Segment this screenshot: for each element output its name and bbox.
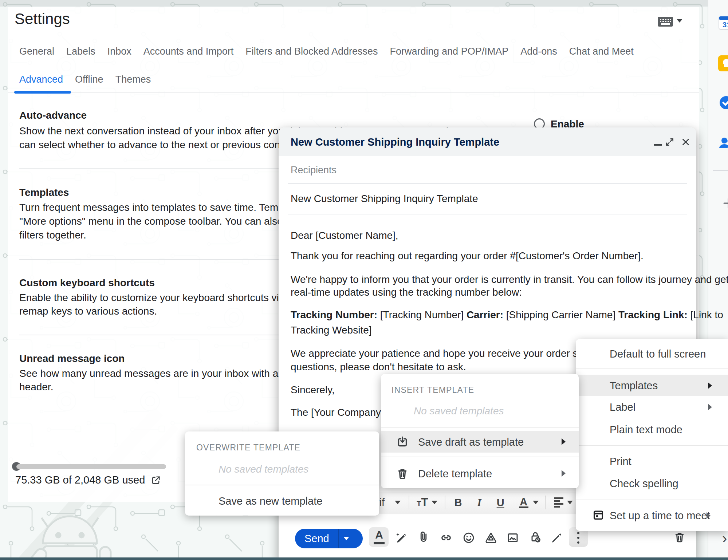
add-icon[interactable] bbox=[718, 195, 728, 211]
external-link-icon[interactable] bbox=[151, 475, 161, 485]
chevron-down-icon[interactable] bbox=[395, 501, 401, 504]
chevron-down-icon[interactable] bbox=[567, 501, 573, 504]
side-panel-divider bbox=[713, 170, 728, 171]
help-me-write-pen-icon[interactable] bbox=[394, 531, 408, 544]
no-saved-templates-text: No saved templates bbox=[414, 405, 504, 417]
keep-icon[interactable] bbox=[718, 55, 728, 71]
settings-tabs: General Labels Inbox Accounts and Import… bbox=[19, 46, 634, 57]
page-bottom-bar bbox=[0, 557, 728, 560]
menu-item-print[interactable]: Print bbox=[610, 455, 631, 468]
keyboard-icon bbox=[658, 17, 673, 27]
align-icon[interactable] bbox=[554, 497, 563, 508]
menu-item-check-spelling[interactable]: Check spelling bbox=[610, 477, 678, 490]
fullscreen-icon[interactable] bbox=[665, 137, 674, 147]
menu-item-label[interactable]: Label bbox=[576, 396, 728, 418]
font-size-button[interactable]: TT bbox=[417, 496, 428, 509]
section-text: remap keys to various actions. bbox=[19, 305, 157, 318]
menu-divider bbox=[576, 445, 728, 446]
menu-item-plain-text-mode[interactable]: Plain text mode bbox=[610, 423, 682, 436]
compose-body-line[interactable]: Dear [Customer Name], bbox=[291, 229, 398, 242]
minimize-icon[interactable] bbox=[654, 144, 662, 146]
tasks-icon[interactable] bbox=[718, 95, 728, 111]
insert-template-header: INSERT TEMPLATE bbox=[391, 385, 474, 395]
more-send-options-icon[interactable] bbox=[577, 532, 579, 544]
menu-item-save-as-new-template[interactable]: Save as new template bbox=[219, 495, 322, 507]
tab-general[interactable]: General bbox=[19, 46, 54, 57]
drive-icon[interactable] bbox=[484, 531, 497, 544]
compose-body-line[interactable]: real-time updates using the tracking num… bbox=[291, 286, 522, 299]
menu-item-default-to-full-screen[interactable]: Default to full screen bbox=[610, 348, 706, 360]
insert-emoji-icon[interactable] bbox=[462, 531, 475, 544]
storage-usage: 75.33 GB of 2,048 GB used bbox=[15, 474, 161, 486]
settings-subtabs: Advanced Offline Themes bbox=[19, 74, 151, 85]
discard-draft-trash-icon[interactable] bbox=[673, 531, 686, 544]
chevron-down-icon[interactable] bbox=[432, 501, 437, 504]
submenu-arrow-icon bbox=[562, 470, 566, 477]
compose-body-line[interactable]: questions, please don't hesitate to ask. bbox=[291, 360, 466, 374]
underline-button[interactable]: U bbox=[497, 497, 504, 509]
more-options-menu: Default to full screen Templates Label P… bbox=[576, 339, 728, 531]
tab-offline[interactable]: Offline bbox=[75, 74, 103, 85]
active-tab-underline bbox=[14, 91, 71, 94]
compose-body-line[interactable]: Thank you for reaching out regarding you… bbox=[291, 249, 644, 263]
toolbar-separator bbox=[409, 496, 409, 509]
subject-divider bbox=[288, 214, 687, 214]
insert-photo-icon[interactable] bbox=[506, 531, 519, 544]
tab-advanced[interactable]: Advanced bbox=[19, 74, 63, 85]
overwrite-template-header: OVERWRITE TEMPLATE bbox=[196, 443, 300, 453]
input-tools-keyboard-button[interactable] bbox=[658, 17, 673, 27]
compose-body-line[interactable]: Tracking Number: [Tracking Number] Carri… bbox=[291, 308, 723, 322]
compose-body-line[interactable]: Tracking Website] bbox=[291, 324, 372, 337]
menu-item-delete-template[interactable]: Delete template bbox=[381, 462, 579, 484]
menu-divider bbox=[576, 368, 728, 369]
attach-file-icon[interactable] bbox=[417, 531, 430, 544]
menu-item-templates[interactable]: Templates bbox=[576, 375, 728, 396]
submenu-arrow-icon bbox=[708, 382, 712, 389]
gmail-settings-screen: Settings General Labels Inbox Accounts a… bbox=[0, 0, 728, 560]
section-heading-unread-message-icon: Unread message icon bbox=[19, 353, 125, 364]
compose-body-line[interactable]: Sincerely, bbox=[291, 383, 335, 397]
italic-button[interactable]: I bbox=[477, 497, 481, 509]
formatting-underline-bar bbox=[374, 542, 385, 544]
submenu-arrow-icon bbox=[707, 512, 711, 519]
toolbar-separator bbox=[445, 496, 445, 509]
templates-submenu: INSERT TEMPLATE No saved templates Save … bbox=[381, 374, 579, 488]
tabs-divider bbox=[8, 92, 699, 93]
tab-themes[interactable]: Themes bbox=[115, 74, 151, 85]
confidential-mode-lock-icon[interactable] bbox=[529, 531, 542, 544]
calendar-icon bbox=[592, 509, 605, 521]
close-icon[interactable] bbox=[681, 137, 690, 147]
subject-field[interactable]: New Customer Shipping Inquiry Template bbox=[291, 193, 478, 205]
compose-body-line[interactable]: We're happy to inform you that your orde… bbox=[291, 273, 728, 286]
send-button[interactable]: Send bbox=[295, 529, 363, 548]
no-saved-templates-text: No saved templates bbox=[219, 464, 308, 475]
signature-pen-icon[interactable] bbox=[550, 531, 563, 544]
trash-icon bbox=[396, 467, 409, 480]
chevron-down-icon[interactable] bbox=[533, 501, 539, 504]
contacts-icon[interactable] bbox=[718, 135, 728, 151]
tab-inbox[interactable]: Inbox bbox=[107, 46, 131, 57]
calendar-icon[interactable]: 31 bbox=[718, 15, 728, 31]
input-tools-dropdown-caret[interactable] bbox=[677, 19, 682, 23]
section-heading-auto-advance: Auto-advance bbox=[19, 110, 87, 121]
storage-progress-bar bbox=[16, 464, 166, 469]
recipients-field[interactable]: Recipients bbox=[291, 165, 337, 176]
hide-side-panel-chevron[interactable]: › bbox=[722, 530, 727, 547]
insert-link-icon[interactable] bbox=[440, 531, 453, 544]
tab-add-ons[interactable]: Add-ons bbox=[520, 46, 557, 57]
tab-accounts-and-import[interactable]: Accounts and Import bbox=[143, 46, 234, 57]
tab-chat-and-meet[interactable]: Chat and Meet bbox=[569, 46, 634, 57]
send-split-divider bbox=[338, 529, 339, 548]
formatting-options-button[interactable]: A bbox=[374, 529, 385, 544]
send-button-label: Send bbox=[295, 533, 329, 545]
toolbar-separator bbox=[545, 496, 546, 509]
menu-item-set-up-a-time-to-meet[interactable]: Set up a time to meet bbox=[576, 505, 728, 527]
bold-button[interactable]: B bbox=[454, 497, 462, 509]
tab-forwarding-and-pop-imap[interactable]: Forwarding and POP/IMAP bbox=[390, 46, 509, 57]
text-color-button[interactable]: A bbox=[519, 497, 528, 508]
svg-text:31: 31 bbox=[723, 21, 728, 29]
tab-filters-and-blocked-addresses[interactable]: Filters and Blocked Addresses bbox=[245, 46, 378, 57]
tab-labels[interactable]: Labels bbox=[66, 46, 95, 57]
menu-item-save-draft-as-template[interactable]: Save draft as template bbox=[381, 431, 579, 453]
send-options-caret[interactable] bbox=[344, 537, 349, 540]
